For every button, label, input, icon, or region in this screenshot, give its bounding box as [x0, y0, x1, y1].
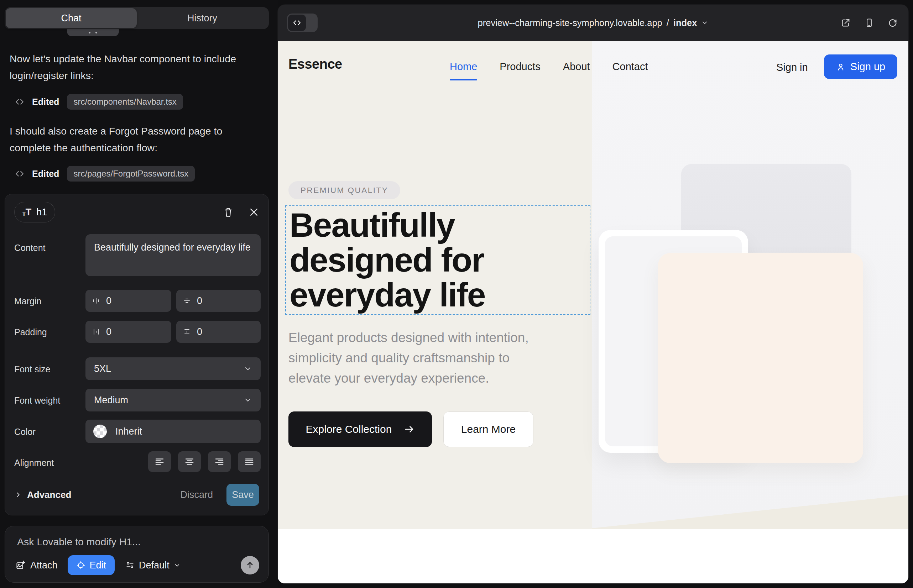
trash-icon: [223, 207, 233, 218]
alignment-buttons: [86, 451, 261, 472]
url-bar[interactable]: preview--charming-site-symphony.lovable.…: [478, 18, 709, 28]
chevron-down-icon: [244, 365, 252, 373]
align-justify-icon: [244, 456, 254, 467]
close-icon: [249, 207, 259, 218]
nav-link-contact[interactable]: Contact: [612, 61, 648, 73]
edited-label: Edited: [32, 97, 59, 107]
advanced-label: Advanced: [27, 489, 71, 501]
tab-chat[interactable]: Chat: [6, 8, 137, 28]
hero-description-line: Elegant products designed with intention…: [288, 328, 529, 348]
arrow-right-icon: [404, 424, 414, 435]
text-size-icon: тT: [23, 207, 31, 217]
advanced-toggle[interactable]: Advanced: [14, 489, 71, 501]
hero-description: Elegant products designed with intention…: [288, 328, 529, 388]
nav-link-home[interactable]: Home: [450, 61, 477, 73]
h1-selection-box[interactable]: Beautifully designed for everyday life: [285, 205, 590, 315]
code-icon: [15, 97, 24, 107]
chat-message: Now let's update the Navbar component to…: [10, 50, 262, 84]
align-left-button[interactable]: [148, 451, 171, 472]
alignment-label: Alignment: [14, 458, 54, 468]
mode-label: Default: [139, 560, 170, 571]
edit-label: Edit: [90, 560, 107, 571]
transparency-swatch: [93, 425, 107, 438]
hero-heading-line: everyday life: [290, 277, 486, 312]
padding-y-value: 0: [197, 326, 202, 338]
refresh-button[interactable]: [888, 18, 898, 28]
hero-description-line: simplicity and quality craftsmanship to: [288, 348, 529, 368]
preview-header: preview--charming-site-symphony.lovable.…: [278, 5, 908, 41]
edit-mode-button[interactable]: Edit: [68, 555, 115, 575]
sliders-icon: [125, 561, 134, 570]
delete-element-button[interactable]: [223, 207, 233, 218]
chat-mode-select[interactable]: Default: [125, 560, 181, 571]
learn-more-button[interactable]: Learn More: [444, 412, 533, 447]
font-size-label: Font size: [14, 364, 50, 375]
explore-collection-button[interactable]: Explore Collection: [288, 412, 432, 447]
send-button[interactable]: [241, 556, 259, 575]
nav-link-about[interactable]: About: [563, 61, 590, 73]
align-center-button[interactable]: [178, 451, 201, 472]
chevron-right-icon: [14, 491, 22, 499]
hero-cta-row: Explore Collection Learn More: [288, 412, 533, 447]
attach-image-icon: [16, 560, 26, 570]
chevron-down-icon: [244, 396, 252, 404]
align-center-icon: [184, 456, 195, 467]
nav-link-products[interactable]: Products: [500, 61, 540, 73]
crosshair-icon: [76, 561, 86, 570]
margin-x-value: 0: [106, 296, 112, 307]
margin-y-icon: [183, 297, 191, 305]
mobile-view-button[interactable]: [864, 18, 874, 28]
color-input[interactable]: Inherit: [86, 420, 261, 443]
padding-y-input[interactable]: 0: [176, 321, 261, 343]
hero-description-line: elevate your everyday experience.: [288, 368, 529, 388]
chevron-down-icon: [174, 562, 181, 569]
margin-label: Margin: [14, 296, 41, 307]
tab-history[interactable]: History: [137, 8, 268, 28]
sign-up-label: Sign up: [850, 61, 885, 73]
save-button[interactable]: Save: [227, 484, 259, 506]
composer-toolbar: Attach Edit Default: [16, 555, 259, 575]
padding-x-input[interactable]: 0: [86, 321, 171, 343]
font-weight-select[interactable]: Medium: [86, 389, 261, 412]
font-weight-value: Medium: [94, 395, 128, 406]
attach-button[interactable]: Attach: [16, 560, 58, 571]
site-canvas: Essence Home Products About Contact Sign…: [278, 41, 908, 583]
code-icon: [288, 15, 306, 31]
sign-up-button[interactable]: Sign up: [824, 55, 897, 79]
external-link-icon: [841, 18, 851, 28]
open-external-button[interactable]: [841, 18, 851, 28]
edited-file-row: Edited src/components/Navbar.tsx: [15, 94, 183, 110]
url-separator: /: [667, 18, 669, 28]
padding-label: Padding: [14, 327, 47, 338]
align-justify-button[interactable]: [238, 451, 261, 472]
hero-heading[interactable]: Beautifully designed for everyday life: [290, 207, 486, 312]
content-label: Content: [14, 243, 45, 253]
chat-input[interactable]: Ask Lovable to modify H1...: [17, 536, 141, 548]
padding-x-icon: [92, 328, 100, 336]
site-logo[interactable]: Essence: [288, 57, 342, 72]
close-editor-button[interactable]: [249, 207, 259, 218]
mobile-icon: [864, 18, 874, 28]
discard-button[interactable]: Discard: [180, 489, 213, 501]
file-chip[interactable]: src/pages/ForgotPassword.tsx: [67, 166, 195, 181]
margin-x-input[interactable]: 0: [86, 290, 171, 312]
font-size-select[interactable]: 5XL: [86, 357, 261, 380]
preview-actions: [841, 5, 898, 41]
font-size-value: 5XL: [94, 363, 111, 375]
url-host: preview--charming-site-symphony.lovable.…: [478, 18, 662, 28]
margin-y-value: 0: [197, 296, 202, 307]
align-right-button[interactable]: [208, 451, 231, 472]
chat-sidebar: Chat History Now let's update the Navbar…: [0, 0, 278, 588]
chat-message: I should also create a Forgot Password p…: [10, 123, 262, 156]
send-up-arrow-icon: [245, 561, 254, 570]
explore-collection-label: Explore Collection: [306, 423, 392, 435]
margin-y-input[interactable]: 0: [176, 290, 261, 312]
align-left-icon: [154, 456, 165, 467]
code-view-toggle[interactable]: [287, 13, 317, 32]
file-chip[interactable]: src/components/Navbar.tsx: [67, 94, 183, 110]
sign-in-button[interactable]: Sign in: [776, 61, 808, 73]
chevron-down-icon: [701, 19, 708, 26]
element-tag-chip[interactable]: тT h1: [14, 202, 55, 223]
content-input[interactable]: Beautifully designed for everyday life: [86, 234, 261, 276]
margin-x-icon: [92, 297, 100, 305]
